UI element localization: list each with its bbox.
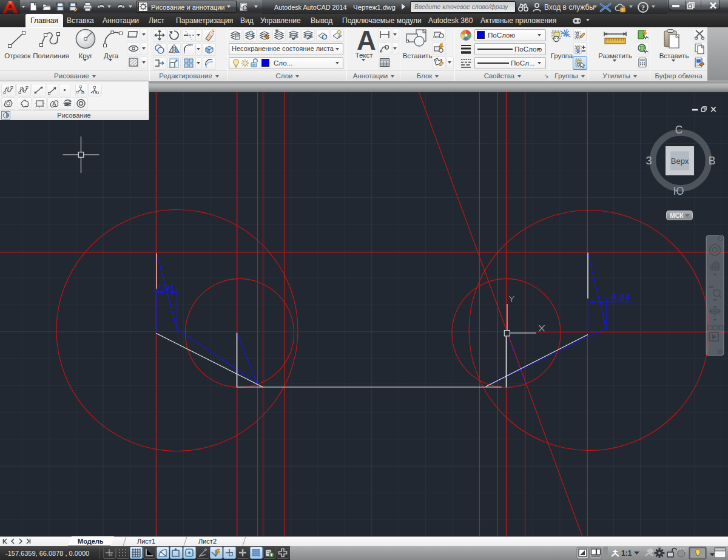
svg-text:З: З — [645, 155, 652, 167]
svg-text:7,91: 7,91 — [157, 283, 175, 293]
svg-text:!: ! — [622, 7, 623, 13]
svg-text:Ю: Ю — [673, 185, 684, 197]
svg-text:6,84: 6,84 — [612, 292, 630, 302]
svg-text:n: n — [81, 89, 84, 95]
svg-text:?: ? — [641, 4, 645, 12]
svg-text:A: A — [52, 101, 56, 107]
svg-text:С: С — [675, 124, 683, 136]
svg-text:В: В — [709, 155, 716, 167]
svg-text:1:1: 1:1 — [621, 549, 632, 558]
svg-text:Верх: Верх — [671, 157, 689, 166]
